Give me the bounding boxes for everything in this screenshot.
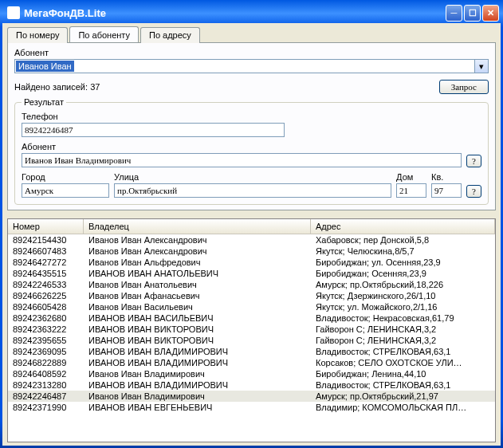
cell-number: 89242363222 bbox=[8, 324, 84, 335]
col-header-owner[interactable]: Владелец bbox=[84, 219, 311, 234]
cell-number: 89242246533 bbox=[8, 279, 84, 290]
table-row[interactable]: 89246607483Иванов Иван АлександровичЯкут… bbox=[8, 246, 495, 257]
city-field[interactable] bbox=[22, 183, 109, 198]
table-row[interactable]: 89246605428Иванов Иван ВасильевичЯкутск;… bbox=[8, 301, 495, 312]
col-header-number[interactable]: Номер bbox=[8, 219, 84, 234]
phone-field[interactable] bbox=[22, 123, 285, 137]
cell-address: Владивосток; СТРЕЛКОВАЯ,63,1 bbox=[311, 346, 495, 357]
tab-by-address[interactable]: По адресу bbox=[140, 27, 200, 43]
table-row[interactable]: 89242395655ИВАНОВ ИВАН ВИКТОРОВИЧГайворо… bbox=[8, 335, 495, 346]
maximize-button[interactable]: ☐ bbox=[464, 5, 481, 22]
cell-number: 89246605428 bbox=[8, 301, 84, 312]
cell-address: Биробиджан; Осенняя,23,9 bbox=[311, 268, 495, 279]
city-label: Город bbox=[22, 172, 109, 182]
table-row[interactable]: 89246408592Иванов Иван ВладимировичБироб… bbox=[8, 368, 495, 379]
cell-address: Якутск; ул. Можайского,2/1,16 bbox=[311, 301, 495, 312]
subscriber-field[interactable] bbox=[22, 153, 462, 167]
search-label: Абонент bbox=[14, 48, 489, 57]
app-window: МегаФонДВ.Lite ─ ☐ ✕ По номеру По абонен… bbox=[0, 0, 503, 448]
table-row[interactable]: 89246626225Иванов Иван АфанасьевичЯкутск… bbox=[8, 290, 495, 301]
cell-address: Владивосток; СТРЕЛКОВАЯ,63,1 bbox=[311, 379, 495, 391]
cell-address: Владимир; КОМСОМОЛЬСКАЯ ПЛ… bbox=[311, 402, 495, 413]
subscriber-help-button[interactable]: ? bbox=[466, 155, 481, 167]
search-panel: Абонент Иванов Иван ▾ Найдено записей: 3… bbox=[7, 42, 496, 210]
close-button[interactable]: ✕ bbox=[482, 5, 499, 22]
cell-owner: ИВАНОВ ИВАН ВИКТОРОВИЧ bbox=[84, 324, 311, 335]
apt-label: Кв. bbox=[431, 172, 462, 182]
result-legend: Результат bbox=[22, 97, 66, 107]
client-area: По номеру По абоненту По адресу Абонент … bbox=[2, 23, 501, 446]
cell-owner: Иванов Иван Владимирович bbox=[84, 368, 311, 379]
grid-header: Номер Владелец Адрес bbox=[8, 219, 495, 234]
tab-by-subscriber[interactable]: По абоненту bbox=[69, 26, 139, 42]
cell-owner: ИВАНОВ ИВАН ВЛАДИМИРОВИЧ bbox=[84, 357, 311, 368]
cell-address: Якутск; Челюскина,8/5,7 bbox=[311, 246, 495, 257]
cell-owner: Иванов Иван Альфредович bbox=[84, 257, 311, 268]
table-row[interactable]: 89242246487Иванов Иван ВладимировичАмурс… bbox=[8, 391, 495, 402]
cell-owner: Иванов Иван Васильевич bbox=[84, 301, 311, 312]
subscriber-result-label: Абонент bbox=[22, 142, 481, 151]
address-help-button[interactable]: ? bbox=[466, 185, 481, 198]
cell-owner: ИВАНОВ ИВАН ВЛАДИМИРОВИЧ bbox=[84, 379, 311, 391]
phone-label: Телефон bbox=[22, 112, 481, 121]
table-row[interactable]: 89242362680ИВАНОВ ИВАН ВАСИЛЬЕВИЧВладиво… bbox=[8, 312, 495, 324]
table-row[interactable]: 89246427272Иванов Иван АльфредовичБироби… bbox=[8, 257, 495, 268]
table-row[interactable]: 89246435515ИВАНОВ ИВАН АНАТОЛЬЕВИЧБироби… bbox=[8, 268, 495, 279]
cell-number: 89246408592 bbox=[8, 368, 84, 379]
cell-number: 89242362680 bbox=[8, 312, 84, 324]
cell-address: Корсаков; СЕЛО ОХОТСКОЕ УЛИ… bbox=[311, 357, 495, 368]
grid-body[interactable]: 89242154430Иванов Иван АлександровичХаба… bbox=[8, 234, 495, 442]
cell-owner: ИВАНОВ ИВАН ВАСИЛЬЕВИЧ bbox=[84, 312, 311, 324]
cell-number: 89246626225 bbox=[8, 290, 84, 301]
house-field[interactable] bbox=[396, 183, 426, 198]
cell-number: 89242369095 bbox=[8, 346, 84, 357]
app-icon bbox=[7, 6, 20, 19]
cell-number: 89246822889 bbox=[8, 357, 84, 368]
table-row[interactable]: 89242246533Иванов Иван АнатольевичАмурск… bbox=[8, 279, 495, 290]
table-row[interactable]: 89242369095ИВАНОВ ИВАН ВЛАДИМИРОВИЧВлади… bbox=[8, 346, 495, 357]
cell-owner: Иванов Иван Александрович bbox=[84, 234, 311, 246]
table-row[interactable]: 89242154430Иванов Иван АлександровичХаба… bbox=[8, 234, 495, 246]
cell-address: Амурск; пр.Октябрьский,18,226 bbox=[311, 279, 495, 290]
result-group: Результат Телефон Абонент ? Город bbox=[14, 97, 489, 205]
cell-number: 89242313280 bbox=[8, 379, 84, 391]
window-title: МегаФонДВ.Lite bbox=[24, 7, 106, 19]
cell-owner: Иванов Иван Александрович bbox=[84, 246, 311, 257]
cell-number: 89242246487 bbox=[8, 391, 84, 402]
chevron-down-icon[interactable]: ▾ bbox=[475, 59, 489, 73]
cell-address: Биробиджан; Ленина,44,10 bbox=[311, 368, 495, 379]
table-row[interactable]: 89242363222ИВАНОВ ИВАН ВИКТОРОВИЧГайворо… bbox=[8, 324, 495, 335]
cell-owner: Иванов Иван Владимирович bbox=[84, 391, 311, 402]
apt-field[interactable] bbox=[431, 183, 462, 198]
query-button[interactable]: Запрос bbox=[439, 80, 489, 94]
cell-number: 89246435515 bbox=[8, 268, 84, 279]
table-row[interactable]: 89246822889ИВАНОВ ИВАН ВЛАДИМИРОВИЧКорса… bbox=[8, 357, 495, 368]
table-row[interactable]: 89242313280ИВАНОВ ИВАН ВЛАДИМИРОВИЧВлади… bbox=[8, 379, 495, 391]
cell-number: 89246427272 bbox=[8, 257, 84, 268]
table-row[interactable]: 89242371990ИВАНОВ ИВАН ЕВГЕНЬЕВИЧВладими… bbox=[8, 402, 495, 413]
cell-address: Владивосток; Некрасовская,61,79 bbox=[311, 312, 495, 324]
cell-owner: Иванов Иван Анатольевич bbox=[84, 279, 311, 290]
cell-owner: ИВАНОВ ИВАН ВИКТОРОВИЧ bbox=[84, 335, 311, 346]
cell-address: Гайворон С; ЛЕНИНСКАЯ,3,2 bbox=[311, 335, 495, 346]
house-label: Дом bbox=[396, 172, 426, 182]
cell-address: Гайворон С; ЛЕНИНСКАЯ,3,2 bbox=[311, 324, 495, 335]
subscriber-combo[interactable]: Иванов Иван ▾ bbox=[14, 59, 489, 73]
cell-number: 89246607483 bbox=[8, 246, 84, 257]
col-header-address[interactable]: Адрес bbox=[311, 219, 495, 234]
cell-address: Биробиджан; ул. Осенняя,23,9 bbox=[311, 257, 495, 268]
found-count: Найдено записей: 37 bbox=[14, 82, 439, 92]
cell-owner: ИВАНОВ ИВАН АНАТОЛЬЕВИЧ bbox=[84, 268, 311, 279]
titlebar[interactable]: МегаФонДВ.Lite ─ ☐ ✕ bbox=[2, 2, 501, 23]
minimize-button[interactable]: ─ bbox=[446, 5, 462, 22]
cell-address: Якутск; Дзержинского,26/1,10 bbox=[311, 290, 495, 301]
cell-owner: Иванов Иван Афанасьевич bbox=[84, 290, 311, 301]
tab-by-number[interactable]: По номеру bbox=[7, 27, 68, 43]
results-grid: Номер Владелец Адрес 89242154430Иванов И… bbox=[7, 218, 496, 442]
cell-address: Амурск; пр.Октябрьский,21,97 bbox=[311, 391, 495, 402]
street-field[interactable] bbox=[114, 183, 391, 198]
cell-number: 89242371990 bbox=[8, 402, 84, 413]
cell-number: 89242395655 bbox=[8, 335, 84, 346]
tabs: По номеру По абоненту По адресу bbox=[7, 26, 496, 42]
cell-owner: ИВАНОВ ИВАН ЕВГЕНЬЕВИЧ bbox=[84, 402, 311, 413]
